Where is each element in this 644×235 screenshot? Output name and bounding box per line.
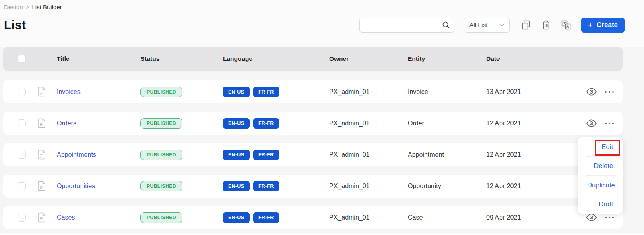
column-header-title[interactable]: Title xyxy=(57,55,140,62)
list-filter-value: All List xyxy=(469,21,488,29)
row-checkbox[interactable] xyxy=(18,182,26,190)
ellipsis-icon xyxy=(605,91,614,93)
list-filter-dropdown[interactable]: All List xyxy=(464,18,510,33)
column-header-language[interactable]: Language xyxy=(223,55,329,62)
copy-pages-icon xyxy=(522,20,531,30)
row-date: 09 Apr 2021 xyxy=(486,214,574,221)
status-badge: PUBLISHED xyxy=(140,118,182,129)
translate-button[interactable] xyxy=(560,19,572,31)
search-box[interactable] xyxy=(359,18,454,33)
language-badge-en-us: EN-US xyxy=(223,150,250,160)
row-checkbox[interactable] xyxy=(18,214,26,222)
document-icon xyxy=(38,87,46,97)
language-badge-en-us: EN-US xyxy=(223,181,250,191)
duplicate-button[interactable] xyxy=(520,19,533,32)
row-owner: PX_admin_01 xyxy=(329,214,408,221)
eye-icon xyxy=(586,214,597,221)
create-button-label: Create xyxy=(597,21,618,29)
view-button[interactable] xyxy=(586,88,597,96)
plus-icon: + xyxy=(588,21,593,29)
more-actions-button[interactable] xyxy=(605,91,614,93)
view-button[interactable] xyxy=(586,214,597,221)
language-badge-en-us: EN-US xyxy=(223,87,250,97)
row-date: 13 Apr 2021 xyxy=(486,88,574,96)
breadcrumb: Design > List Builder xyxy=(0,0,644,10)
row-date: 12 Apr 2021 xyxy=(486,151,574,158)
menu-divider xyxy=(586,195,617,195)
column-header-status[interactable]: Status xyxy=(140,55,223,62)
ellipsis-icon xyxy=(605,123,614,124)
row-owner: PX_admin_01 xyxy=(329,88,408,96)
chevron-down-icon xyxy=(499,23,504,27)
row-entity: Opportunity xyxy=(408,183,486,190)
search-input[interactable] xyxy=(365,22,442,29)
row-owner: PX_admin_01 xyxy=(329,151,408,158)
language-badge-en-us: EN-US xyxy=(223,212,250,223)
breadcrumb-design[interactable]: Design xyxy=(4,4,23,10)
row-owner: PX_admin_01 xyxy=(329,183,408,190)
menu-item-draft[interactable]: Draft xyxy=(578,196,623,212)
eye-icon xyxy=(586,88,597,96)
row-entity: Case xyxy=(408,214,486,221)
row-checkbox[interactable] xyxy=(18,151,26,159)
row-checkbox[interactable] xyxy=(18,119,26,127)
row-date: 12 Apr 2021 xyxy=(486,183,574,190)
delete-button[interactable] xyxy=(541,19,552,31)
translate-pages-icon xyxy=(561,20,571,30)
table-row: Orders PUBLISHED EN-US FR-FR PX_admin_01… xyxy=(3,112,623,135)
eye-icon xyxy=(586,119,597,127)
row-title-link[interactable]: Invoices xyxy=(57,88,80,95)
menu-item-duplicate[interactable]: Duplicate xyxy=(578,177,623,193)
language-badge-fr-fr: FR-FR xyxy=(253,212,279,223)
row-title-link[interactable]: Orders xyxy=(57,120,76,127)
row-context-menu: Edit Delete Duplicate Draft xyxy=(578,137,623,214)
table-body: Invoices PUBLISHED EN-US FR-FR PX_admin_… xyxy=(0,80,644,229)
menu-item-delete[interactable]: Delete xyxy=(578,158,623,174)
column-header-owner[interactable]: Owner xyxy=(329,55,408,62)
table-row: Invoices PUBLISHED EN-US FR-FR PX_admin_… xyxy=(3,80,623,103)
table-row: Appointments PUBLISHED EN-US FR-FR PX_ad… xyxy=(3,143,623,166)
toolbar: All List xyxy=(359,18,625,33)
status-badge: PUBLISHED xyxy=(140,87,182,97)
breadcrumb-list-builder[interactable]: List Builder xyxy=(32,4,62,10)
column-header-entity[interactable]: Entity xyxy=(408,55,486,62)
ellipsis-icon xyxy=(605,217,614,218)
page-title: List xyxy=(4,18,26,32)
trash-icon xyxy=(542,20,550,30)
row-entity: Appointment xyxy=(408,151,486,158)
search-icon[interactable] xyxy=(442,21,450,29)
table-header: Title Status Language Owner Entity Date xyxy=(3,47,623,71)
language-badge-fr-fr: FR-FR xyxy=(253,118,279,129)
row-title-link[interactable]: Opportunities xyxy=(57,183,95,189)
select-all-checkbox[interactable] xyxy=(18,55,26,63)
row-entity: Invoice xyxy=(408,88,486,96)
row-owner: PX_admin_01 xyxy=(329,120,408,127)
status-badge: PUBLISHED xyxy=(140,150,182,160)
more-actions-button[interactable] xyxy=(605,123,614,124)
language-badge-fr-fr: FR-FR xyxy=(253,87,279,97)
document-icon xyxy=(38,212,46,223)
row-date: 12 Apr 2021 xyxy=(486,120,574,127)
create-button[interactable]: + Create xyxy=(581,18,625,33)
menu-divider xyxy=(586,156,617,157)
menu-item-edit[interactable]: Edit xyxy=(578,139,623,155)
document-icon xyxy=(38,118,46,128)
table-row: Cases PUBLISHED EN-US FR-FR PX_admin_01 … xyxy=(3,206,623,229)
row-entity: Order xyxy=(408,120,486,127)
language-badge-en-us: EN-US xyxy=(223,118,250,129)
status-badge: PUBLISHED xyxy=(140,212,182,223)
row-title-link[interactable]: Cases xyxy=(57,214,75,221)
status-badge: PUBLISHED xyxy=(140,181,182,191)
list-table: Title Status Language Owner Entity Date … xyxy=(0,47,644,233)
row-title-link[interactable]: Appointments xyxy=(57,151,96,158)
more-actions-button[interactable] xyxy=(605,217,614,218)
column-header-date[interactable]: Date xyxy=(486,55,574,62)
row-checkbox[interactable] xyxy=(18,88,26,96)
document-icon xyxy=(38,150,46,160)
menu-divider xyxy=(586,175,617,176)
breadcrumb-separator: > xyxy=(26,4,29,10)
language-badge-fr-fr: FR-FR xyxy=(253,150,279,160)
view-button[interactable] xyxy=(586,119,597,127)
language-badge-fr-fr: FR-FR xyxy=(253,181,279,191)
table-row: Opportunities PUBLISHED EN-US FR-FR PX_a… xyxy=(3,175,623,198)
